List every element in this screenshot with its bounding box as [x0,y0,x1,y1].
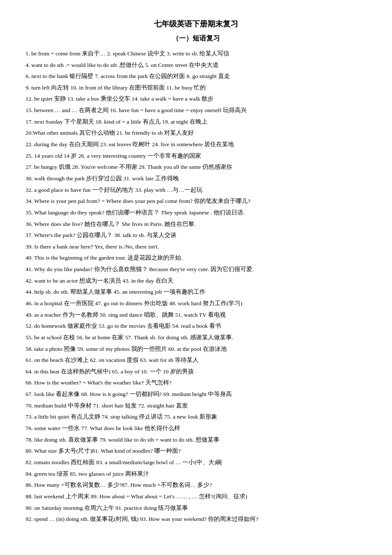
page-title: 七年级英语下册期末复习 [26,17,366,31]
content-line: 73. a little bit quiet 有点儿文静 74. stop ta… [26,411,366,422]
content-line: 88. last weekend 上个周末 89. How about = Wh… [26,491,366,502]
content-line: 58. take a photo 照像 59. some of my photo… [26,344,366,355]
content-line: 39. Is there a bank near here? Yes, ther… [26,241,366,252]
content-line: 17. next Sunday 下个星期天 18. kind of = a li… [26,116,366,127]
content-line: 20.What other animals 其它什么动物 21. be frie… [26,127,366,139]
page-container: 七年级英语下册期末复习 （一）短语复习 1. be from = come fr… [26,17,366,525]
content-line: 90. on Saturday morning 在周六上午 91. practi… [26,503,366,514]
content-line: 25. 14 years old 14 岁 26. a very interes… [26,150,366,162]
content-line: 30. walk through the park 步行穿过公园 31. wor… [26,173,366,184]
content-line: 86. How many +可数名词复数… 多少?87. How much +不… [26,480,366,491]
section-title: （一）短语复习 [26,32,366,45]
content-line: 15. between … and … 在两者之间 16. have fun =… [26,105,366,116]
content-line: 37. Where's the park? 公园在哪儿？ 38. talk to… [26,230,366,241]
content-line: 32. a good place to have fun 一个好玩的地方 33.… [26,185,366,196]
content-line: 55. be at school 在校 56. be at home 在家 57… [26,332,366,343]
content-line: 44. help sb. do sth. 帮助某人做某事 45. an inte… [26,286,366,298]
content-line: 9. turn left 向左转 10. in front of the lib… [26,82,366,93]
content-line: 76. some water 一些水 77. What does he look… [26,423,366,434]
content-line: 92. spend … (in) doing sth. 做某事花(时间, 钱) … [26,514,366,525]
content-line: 6. next to the bank 银行隔壁 7. across from … [26,71,366,82]
content-line: 67. look like 看起来像 68. How is it going? … [26,389,366,400]
content-line: 82. tomato noodles 西红柿面 83. a small/medi… [26,457,366,468]
content-line: 41. Why do you like pandas? 你为什么喜欢熊猫？ Be… [26,264,366,275]
content-line: 35. What language do they speak? 他们说哪一种语… [26,207,366,218]
content-line: 78. like doing sth. 喜欢做某事 79. would like… [26,434,366,445]
content-line: 12. be quiet 安静 13. take a bus 乘坐公交车 14.… [26,93,366,104]
content-line: 4. want to do sth .= would like to do st… [26,60,366,71]
content-line: 22. during the day 在白天期间 23. eat leaves … [26,139,366,150]
content-line: 52. do homework 做家庭作业 53. go to the movi… [26,321,366,332]
content-line: 42. want to be an actor 想成为一名演员 43. in t… [26,275,366,286]
content-line: 64. in this heat 在这样热的气候中) 65. a boy of … [26,366,366,377]
content-line: 27. be hungry 饥饿 28. You're welcome 不用谢 … [26,162,366,173]
content-area: 1. be from = come from 来自于… 2. speak Chi… [26,48,366,525]
content-line: 49. as a teacher 作为一名教师 50. sing and dan… [26,309,366,321]
content-line: 61. on the beach 在沙滩上 62. on vacation 度假… [26,355,366,366]
content-line: 36. Where does she live? 她住在哪儿？ She live… [26,219,366,230]
content-line: 80. What size 多大号(尺寸)81. What kind of no… [26,445,366,457]
content-line: 40. This is the beginning of the garden … [26,252,366,263]
content-line: 66. How is the weather? = What's the wea… [26,377,366,388]
content-line: 1. be from = come from 来自于… 2. speak Chi… [26,48,366,59]
content-line: 46. in a hospital 在一所医院 47. go out to di… [26,298,366,309]
content-line: 70. medium build 中等身材 71. short hair 短发 … [26,400,366,411]
content-line: 84. green tea 绿茶 85. two glasses of juic… [26,468,366,480]
content-line: 34. Where is your pen pal from? = Where … [26,196,366,207]
